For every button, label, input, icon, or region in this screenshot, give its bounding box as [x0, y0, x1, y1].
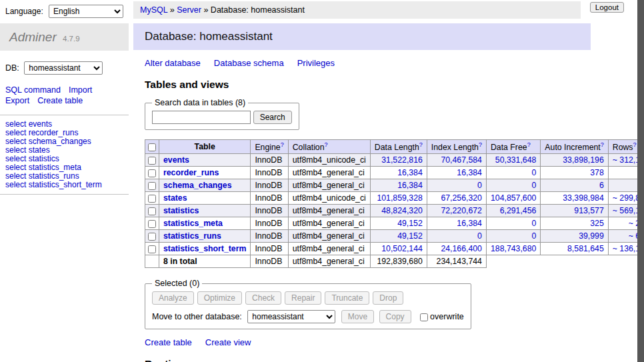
row-checkbox-events[interactable]: [148, 157, 156, 165]
link-privileges[interactable]: Privileges: [297, 58, 335, 68]
index-length-link-statistics_short_term[interactable]: 24,166,400: [441, 244, 482, 253]
auto-increment-link-statistics_runs[interactable]: 39,999: [579, 231, 604, 241]
index-length-link-statistics_runs[interactable]: 0: [477, 231, 482, 241]
sidebar-action-export[interactable]: Export: [5, 96, 29, 105]
data-length-link-statistics[interactable]: 48,824,320: [381, 206, 423, 215]
sidebar-link-select-events[interactable]: select events: [5, 119, 52, 129]
selected-fieldset: Selected (0) AnalyzeOptimizeCheckRepairT…: [145, 279, 471, 329]
app-title[interactable]: Adminer: [9, 30, 57, 44]
sidebar-action-create-table[interactable]: Create table: [37, 96, 83, 105]
move-button[interactable]: Move: [341, 310, 374, 323]
data-length-link-states[interactable]: 101,859,328: [377, 193, 422, 203]
sidebar-link-select-recorder-runs[interactable]: select recorder_runs: [5, 128, 78, 137]
data-free-link-statistics_meta[interactable]: 0: [532, 219, 537, 228]
row-checkbox-schema_changes[interactable]: [148, 182, 156, 190]
move-db-select[interactable]: homeassistant: [247, 310, 335, 323]
auto-increment-link-events[interactable]: 33,898,196: [563, 155, 604, 165]
search-input[interactable]: [152, 111, 251, 124]
data-length-link-statistics_meta[interactable]: 49,152: [397, 219, 423, 228]
column-help-link[interactable]: ?: [633, 141, 637, 148]
data-length-link-statistics_runs[interactable]: 49,152: [397, 231, 423, 241]
row-checkbox-states[interactable]: [148, 195, 156, 203]
data-free-link-statistics[interactable]: 6,291,456: [500, 206, 537, 215]
bulk-check-button[interactable]: Check: [245, 291, 281, 305]
search-button[interactable]: Search: [253, 111, 292, 124]
sidebar-link-select-statistics[interactable]: select statistics: [5, 154, 59, 163]
link-database-schema[interactable]: Database schema: [214, 58, 284, 68]
tables-section-title: Tables and views: [145, 79, 617, 91]
data-length-link-schema_changes[interactable]: 16,384: [397, 181, 423, 190]
column-help-link[interactable]: ?: [325, 141, 328, 148]
column-header-index-length: Index Length?: [427, 140, 486, 154]
breadcrumb-link-server[interactable]: Server: [177, 5, 201, 15]
column-help-link[interactable]: ?: [281, 141, 284, 148]
auto-increment-link-states[interactable]: 33,398,984: [563, 193, 604, 203]
logout-button[interactable]: Logout: [590, 2, 624, 13]
table-link-statistics_short_term[interactable]: statistics_short_term: [163, 244, 246, 253]
data-free-link-states[interactable]: 104,857,600: [491, 193, 536, 203]
index-length-link-statistics_meta[interactable]: 16,384: [457, 219, 482, 228]
index-length-link-statistics[interactable]: 72,220,672: [441, 206, 482, 215]
link-create-table[interactable]: Create table: [145, 337, 192, 347]
bulk-analyze-button[interactable]: Analyze: [152, 291, 194, 305]
column-help-link[interactable]: ?: [479, 141, 482, 148]
table-link-statistics_runs[interactable]: statistics_runs: [163, 231, 221, 241]
data-free-link-statistics_runs[interactable]: 0: [532, 231, 537, 241]
copy-button[interactable]: Copy: [379, 310, 411, 323]
data-free-link-recorder_runs[interactable]: 0: [532, 168, 537, 177]
vertical-scrollbar[interactable]: [637, 0, 644, 362]
bulk-truncate-button[interactable]: Truncate: [325, 291, 369, 305]
index-length-link-events[interactable]: 70,467,584: [441, 155, 482, 165]
column-help-link[interactable]: ?: [527, 141, 531, 148]
row-checkbox-statistics_short_term[interactable]: [148, 245, 156, 253]
table-link-statistics_meta[interactable]: statistics_meta: [163, 219, 223, 228]
sidebar-action-sql-command[interactable]: SQL command: [5, 85, 61, 95]
data-free-link-events[interactable]: 50,331,648: [495, 155, 537, 165]
db-selector-row: DB: homeassistant: [0, 51, 133, 77]
row-checkbox-statistics_runs[interactable]: [148, 233, 156, 241]
table-link-events[interactable]: events: [163, 155, 189, 165]
breadcrumb-link-mysql[interactable]: MySQL: [140, 5, 167, 15]
data-length-link-statistics_short_term[interactable]: 10,502,144: [381, 244, 423, 253]
auto-increment-link-recorder_runs[interactable]: 378: [590, 168, 604, 177]
auto-increment-link-schema_changes[interactable]: 6: [599, 181, 604, 190]
table-link-statistics[interactable]: statistics: [163, 206, 199, 215]
sidebar-link-select-statistics-runs[interactable]: select statistics_runs: [5, 171, 79, 181]
auto-increment-link-statistics_meta[interactable]: 325: [590, 219, 604, 228]
sidebar-link-select-statistics-meta[interactable]: select statistics_meta: [5, 163, 81, 172]
data-free-link-statistics_short_term[interactable]: 188,743,680: [491, 244, 536, 253]
sidebar-link-select-schema-changes[interactable]: select schema_changes: [5, 137, 91, 146]
auto-increment-link-statistics[interactable]: 913,577: [574, 206, 603, 215]
sidebar-action-import[interactable]: Import: [69, 85, 92, 95]
auto-increment-link-statistics_short_term[interactable]: 8,581,645: [567, 244, 604, 253]
language-select[interactable]: English: [49, 5, 123, 18]
db-select[interactable]: homeassistant: [24, 61, 103, 75]
row-checkbox-statistics[interactable]: [148, 207, 156, 215]
data-free-cell: 50,331,648: [486, 154, 540, 167]
bulk-optimize-button[interactable]: Optimize: [197, 291, 242, 305]
column-help-link[interactable]: ?: [601, 141, 604, 148]
table-link-states[interactable]: states: [163, 193, 187, 203]
table-link-recorder_runs[interactable]: recorder_runs: [163, 168, 219, 177]
link-alter-database[interactable]: Alter database: [145, 58, 201, 68]
data-length-link-recorder_runs[interactable]: 16,384: [397, 168, 423, 177]
index-length-link-schema_changes[interactable]: 0: [477, 181, 482, 190]
auto-increment-cell: 378: [541, 167, 608, 179]
data-free-link-schema_changes[interactable]: 0: [532, 181, 537, 190]
overwrite-label: overwrite: [430, 312, 464, 321]
bulk-drop-button[interactable]: Drop: [373, 291, 403, 305]
bulk-repair-button[interactable]: Repair: [285, 291, 321, 305]
select-all-checkbox[interactable]: [148, 143, 156, 151]
column-help-link[interactable]: ?: [419, 141, 423, 148]
overwrite-checkbox[interactable]: [420, 313, 428, 321]
row-checkbox-recorder_runs[interactable]: [148, 169, 156, 177]
table-link-schema_changes[interactable]: schema_changes: [163, 181, 232, 190]
index-length-link-states[interactable]: 67,256,320: [441, 193, 482, 203]
sidebar-link-select-states[interactable]: select states: [5, 145, 50, 155]
index-length-link-recorder_runs[interactable]: 16,384: [457, 168, 482, 177]
sidebar-link-select-statistics-short-term[interactable]: select statistics_short_term: [5, 180, 102, 189]
data-length-link-events[interactable]: 31,522,816: [381, 155, 423, 165]
link-create-view[interactable]: Create view: [205, 337, 251, 347]
scrollbar-thumb[interactable]: [637, 0, 644, 362]
row-checkbox-statistics_meta[interactable]: [148, 220, 156, 228]
